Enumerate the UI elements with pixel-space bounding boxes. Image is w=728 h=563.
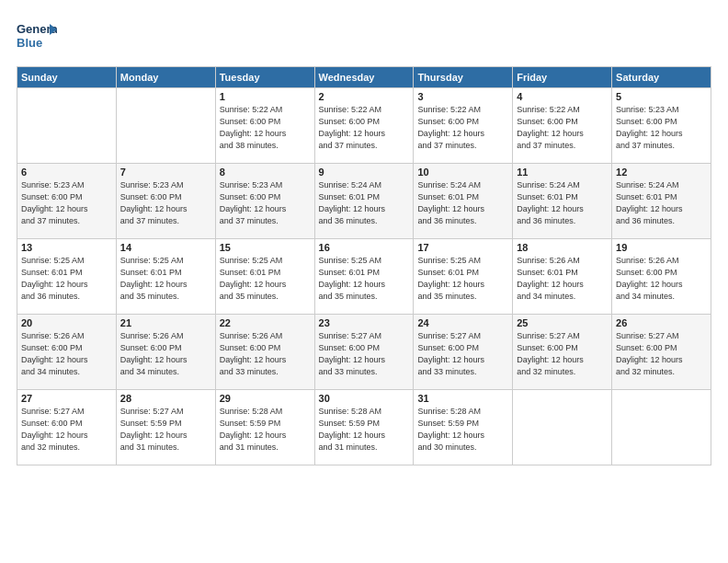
- day-number: 4: [517, 91, 608, 102]
- day-number: 13: [21, 242, 112, 253]
- day-number: 27: [21, 393, 112, 404]
- calendar-day-cell: 10Sunrise: 5:24 AM Sunset: 6:01 PM Dayli…: [414, 164, 513, 239]
- day-info: Sunrise: 5:22 AM Sunset: 6:00 PM Dayligh…: [517, 104, 608, 152]
- day-info: Sunrise: 5:23 AM Sunset: 6:00 PM Dayligh…: [21, 179, 112, 227]
- calendar-day-cell: 26Sunrise: 5:27 AM Sunset: 6:00 PM Dayli…: [612, 315, 711, 390]
- calendar-week-row: 27Sunrise: 5:27 AM Sunset: 6:00 PM Dayli…: [17, 390, 711, 465]
- calendar-day-cell: [17, 88, 117, 164]
- day-number: 11: [517, 167, 608, 178]
- calendar-day-cell: 29Sunrise: 5:28 AM Sunset: 5:59 PM Dayli…: [215, 390, 314, 465]
- calendar-day-cell: 25Sunrise: 5:27 AM Sunset: 6:00 PM Dayli…: [513, 315, 612, 390]
- day-number: 6: [21, 167, 112, 178]
- day-number: 28: [120, 393, 211, 404]
- calendar-day-cell: 9Sunrise: 5:24 AM Sunset: 6:01 PM Daylig…: [314, 164, 414, 239]
- day-number: 2: [319, 91, 410, 102]
- logo-svg: General Blue: [17, 17, 57, 57]
- day-info: Sunrise: 5:24 AM Sunset: 6:01 PM Dayligh…: [319, 179, 410, 227]
- calendar-day-cell: [612, 390, 711, 465]
- calendar-week-row: 1Sunrise: 5:22 AM Sunset: 6:00 PM Daylig…: [17, 88, 711, 164]
- day-info: Sunrise: 5:23 AM Sunset: 6:00 PM Dayligh…: [220, 179, 311, 227]
- calendar-week-row: 6Sunrise: 5:23 AM Sunset: 6:00 PM Daylig…: [17, 164, 711, 239]
- day-of-week-header: Sunday: [17, 67, 117, 88]
- day-number: 18: [517, 242, 608, 253]
- svg-text:Blue: Blue: [17, 36, 42, 50]
- calendar-day-cell: 18Sunrise: 5:26 AM Sunset: 6:01 PM Dayli…: [513, 239, 612, 315]
- calendar-day-cell: 6Sunrise: 5:23 AM Sunset: 6:00 PM Daylig…: [17, 164, 117, 239]
- day-info: Sunrise: 5:25 AM Sunset: 6:01 PM Dayligh…: [220, 255, 311, 303]
- day-info: Sunrise: 5:28 AM Sunset: 5:59 PM Dayligh…: [220, 406, 311, 454]
- day-info: Sunrise: 5:25 AM Sunset: 6:01 PM Dayligh…: [319, 255, 410, 303]
- calendar-day-cell: 19Sunrise: 5:26 AM Sunset: 6:00 PM Dayli…: [612, 239, 711, 315]
- day-number: 16: [319, 242, 410, 253]
- day-number: 12: [616, 167, 707, 178]
- calendar-table: SundayMondayTuesdayWednesdayThursdayFrid…: [17, 66, 711, 465]
- calendar-day-cell: 28Sunrise: 5:27 AM Sunset: 5:59 PM Dayli…: [116, 390, 215, 465]
- day-of-week-header: Wednesday: [314, 67, 414, 88]
- day-info: Sunrise: 5:27 AM Sunset: 6:00 PM Dayligh…: [616, 330, 707, 378]
- calendar-day-cell: 8Sunrise: 5:23 AM Sunset: 6:00 PM Daylig…: [215, 164, 314, 239]
- day-info: Sunrise: 5:23 AM Sunset: 6:00 PM Dayligh…: [616, 104, 707, 152]
- day-number: 5: [616, 91, 707, 102]
- day-of-week-header: Friday: [513, 67, 612, 88]
- calendar-day-cell: 12Sunrise: 5:24 AM Sunset: 6:01 PM Dayli…: [612, 164, 711, 239]
- calendar-day-cell: [513, 390, 612, 465]
- header: General Blue: [17, 17, 711, 57]
- day-number: 21: [120, 317, 211, 328]
- day-of-week-header: Thursday: [414, 67, 513, 88]
- calendar-day-cell: 1Sunrise: 5:22 AM Sunset: 6:00 PM Daylig…: [215, 88, 314, 164]
- page: General Blue SundayMondayTuesdayWednesda…: [0, 0, 728, 563]
- day-number: 25: [517, 317, 608, 328]
- day-info: Sunrise: 5:24 AM Sunset: 6:01 PM Dayligh…: [417, 179, 508, 227]
- day-info: Sunrise: 5:25 AM Sunset: 6:01 PM Dayligh…: [21, 255, 112, 303]
- calendar-day-cell: 24Sunrise: 5:27 AM Sunset: 6:00 PM Dayli…: [414, 315, 513, 390]
- day-info: Sunrise: 5:27 AM Sunset: 6:00 PM Dayligh…: [417, 330, 508, 378]
- day-info: Sunrise: 5:28 AM Sunset: 5:59 PM Dayligh…: [417, 406, 508, 454]
- calendar-day-cell: 7Sunrise: 5:23 AM Sunset: 6:00 PM Daylig…: [116, 164, 215, 239]
- day-of-week-header: Monday: [116, 67, 215, 88]
- logo: General Blue: [17, 17, 57, 57]
- day-number: 23: [319, 317, 410, 328]
- day-number: 15: [220, 242, 311, 253]
- calendar-day-cell: 21Sunrise: 5:26 AM Sunset: 6:00 PM Dayli…: [116, 315, 215, 390]
- day-info: Sunrise: 5:28 AM Sunset: 5:59 PM Dayligh…: [319, 406, 410, 454]
- calendar-day-cell: 5Sunrise: 5:23 AM Sunset: 6:00 PM Daylig…: [612, 88, 711, 164]
- day-info: Sunrise: 5:27 AM Sunset: 6:00 PM Dayligh…: [21, 406, 112, 454]
- day-number: 26: [616, 317, 707, 328]
- calendar-day-cell: 23Sunrise: 5:27 AM Sunset: 6:00 PM Dayli…: [314, 315, 414, 390]
- calendar-day-cell: 2Sunrise: 5:22 AM Sunset: 6:00 PM Daylig…: [314, 88, 414, 164]
- calendar-day-cell: 31Sunrise: 5:28 AM Sunset: 5:59 PM Dayli…: [414, 390, 513, 465]
- day-info: Sunrise: 5:25 AM Sunset: 6:01 PM Dayligh…: [417, 255, 508, 303]
- day-number: 3: [417, 91, 508, 102]
- calendar-day-cell: 14Sunrise: 5:25 AM Sunset: 6:01 PM Dayli…: [116, 239, 215, 315]
- day-info: Sunrise: 5:22 AM Sunset: 6:00 PM Dayligh…: [319, 104, 410, 152]
- day-number: 24: [417, 317, 508, 328]
- day-number: 8: [220, 167, 311, 178]
- calendar-header-row: SundayMondayTuesdayWednesdayThursdayFrid…: [17, 67, 711, 88]
- day-info: Sunrise: 5:23 AM Sunset: 6:00 PM Dayligh…: [120, 179, 211, 227]
- calendar-day-cell: 27Sunrise: 5:27 AM Sunset: 6:00 PM Dayli…: [17, 390, 117, 465]
- day-info: Sunrise: 5:26 AM Sunset: 6:01 PM Dayligh…: [517, 255, 608, 303]
- day-info: Sunrise: 5:22 AM Sunset: 6:00 PM Dayligh…: [417, 104, 508, 152]
- day-number: 10: [417, 167, 508, 178]
- day-info: Sunrise: 5:27 AM Sunset: 5:59 PM Dayligh…: [120, 406, 211, 454]
- day-number: 31: [417, 393, 508, 404]
- day-info: Sunrise: 5:22 AM Sunset: 6:00 PM Dayligh…: [220, 104, 311, 152]
- day-info: Sunrise: 5:25 AM Sunset: 6:01 PM Dayligh…: [120, 255, 211, 303]
- day-number: 30: [319, 393, 410, 404]
- day-number: 20: [21, 317, 112, 328]
- calendar-day-cell: 22Sunrise: 5:26 AM Sunset: 6:00 PM Dayli…: [215, 315, 314, 390]
- day-info: Sunrise: 5:26 AM Sunset: 6:00 PM Dayligh…: [220, 330, 311, 378]
- day-of-week-header: Tuesday: [215, 67, 314, 88]
- day-number: 9: [319, 167, 410, 178]
- calendar-day-cell: 17Sunrise: 5:25 AM Sunset: 6:01 PM Dayli…: [414, 239, 513, 315]
- day-info: Sunrise: 5:24 AM Sunset: 6:01 PM Dayligh…: [616, 179, 707, 227]
- calendar-day-cell: 30Sunrise: 5:28 AM Sunset: 5:59 PM Dayli…: [314, 390, 414, 465]
- calendar-day-cell: 3Sunrise: 5:22 AM Sunset: 6:00 PM Daylig…: [414, 88, 513, 164]
- day-number: 1: [220, 91, 311, 102]
- calendar-week-row: 20Sunrise: 5:26 AM Sunset: 6:00 PM Dayli…: [17, 315, 711, 390]
- day-info: Sunrise: 5:24 AM Sunset: 6:01 PM Dayligh…: [517, 179, 608, 227]
- calendar-day-cell: 15Sunrise: 5:25 AM Sunset: 6:01 PM Dayli…: [215, 239, 314, 315]
- calendar-week-row: 13Sunrise: 5:25 AM Sunset: 6:01 PM Dayli…: [17, 239, 711, 315]
- calendar-day-cell: 4Sunrise: 5:22 AM Sunset: 6:00 PM Daylig…: [513, 88, 612, 164]
- day-number: 29: [220, 393, 311, 404]
